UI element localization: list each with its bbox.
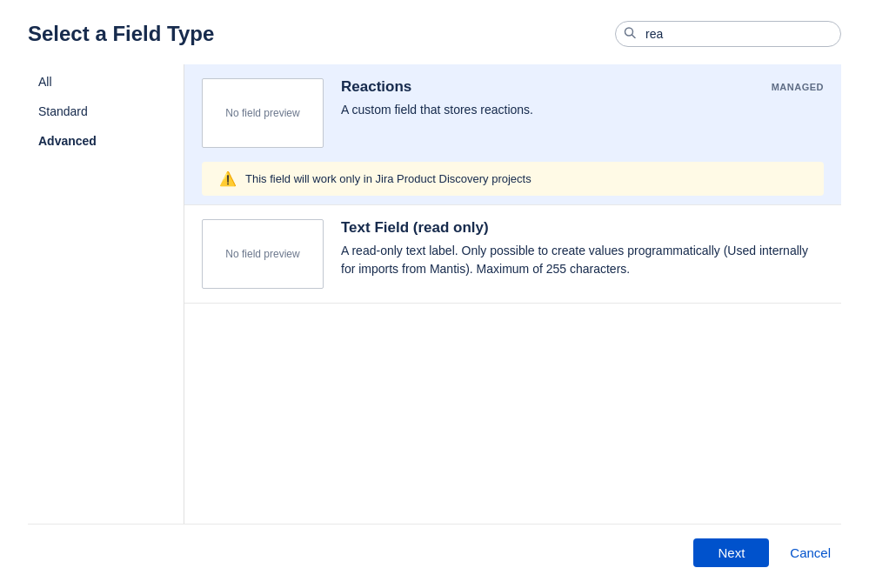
search-input[interactable]	[615, 21, 841, 47]
field-info-text-readonly: Text Field (read only) A read-only text …	[341, 219, 824, 278]
cancel-button[interactable]: Cancel	[779, 538, 841, 567]
page-title: Select a Field Type	[28, 22, 214, 46]
dialog-footer: Next Cancel	[28, 524, 841, 588]
field-preview-label-reactions: No field preview	[225, 107, 299, 119]
field-list: No field preview Reactions MANAGED A cus…	[184, 64, 841, 524]
field-info-reactions: Reactions MANAGED A custom field that st…	[341, 78, 824, 119]
field-name-reactions: Reactions	[341, 78, 411, 96]
field-card-reactions[interactable]: No field preview Reactions MANAGED A cus…	[184, 64, 841, 205]
sidebar-item-all[interactable]: All	[28, 68, 170, 96]
next-button[interactable]: Next	[693, 538, 769, 567]
field-card-main-text-readonly: No field preview Text Field (read only) …	[184, 205, 841, 303]
dialog-body: All Standard Advanced No field preview R…	[28, 64, 841, 524]
sidebar-item-standard[interactable]: Standard	[28, 97, 170, 125]
svg-line-1	[632, 35, 636, 38]
field-preview-text-readonly: No field preview	[202, 219, 324, 289]
field-header-reactions: Reactions MANAGED	[341, 78, 824, 96]
field-name-text-readonly: Text Field (read only)	[341, 219, 489, 237]
field-card-main-reactions: No field preview Reactions MANAGED A cus…	[184, 64, 841, 162]
managed-badge-reactions: MANAGED	[772, 82, 824, 92]
dialog: Select a Field Type All Standard Advance…	[0, 0, 869, 588]
sidebar-item-advanced[interactable]: Advanced	[28, 127, 170, 155]
warning-banner-reactions: ⚠️ This field will work only in Jira Pro…	[202, 162, 824, 196]
field-description-text-readonly: A read-only text label. Only possible to…	[341, 242, 824, 278]
dialog-header: Select a Field Type	[28, 21, 841, 47]
warning-text-reactions: This field will work only in Jira Produc…	[245, 172, 531, 185]
field-card-text-readonly[interactable]: No field preview Text Field (read only) …	[184, 205, 841, 304]
search-container	[615, 21, 841, 47]
search-icon	[624, 27, 636, 42]
field-description-reactions: A custom field that stores reactions.	[341, 101, 824, 119]
warning-icon-reactions: ⚠️	[219, 170, 237, 187]
field-preview-reactions: No field preview	[202, 78, 324, 148]
field-preview-label-text-readonly: No field preview	[225, 248, 299, 260]
field-header-text-readonly: Text Field (read only)	[341, 219, 824, 237]
sidebar: All Standard Advanced	[28, 64, 184, 524]
